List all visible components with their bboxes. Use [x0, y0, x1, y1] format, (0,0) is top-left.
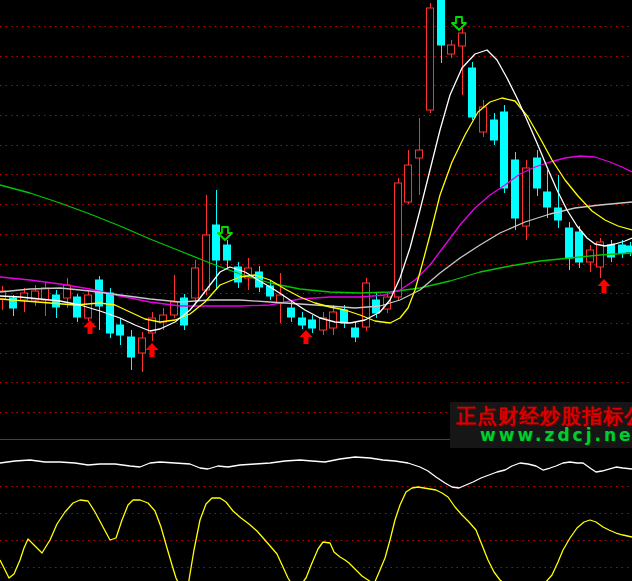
candle-down [608, 245, 615, 257]
candle-down [544, 192, 551, 207]
candle-down [341, 310, 348, 323]
watermark-site-url: www.zdcj.net [450, 427, 632, 445]
candle-up [405, 165, 412, 202]
candle-down [491, 120, 498, 140]
candle-up [330, 312, 337, 328]
candle-up [448, 45, 455, 54]
watermark-site-name: 正点财经炒股指标公式 [450, 406, 632, 427]
candle-down [299, 318, 306, 325]
candle-down [512, 160, 519, 218]
candle-up [277, 295, 284, 303]
candle-up [427, 8, 434, 110]
candle-down [627, 246, 632, 252]
candle-down [534, 158, 541, 188]
candle-up [64, 285, 71, 298]
candle-up [416, 150, 423, 158]
candle-down [469, 68, 476, 117]
candle-down [619, 245, 626, 253]
candle-down [501, 112, 508, 188]
stock-chart-window: 正点财经炒股指标公式 www.zdcj.net [0, 0, 632, 581]
candle-down [309, 320, 316, 328]
candle-up [42, 288, 49, 300]
candle-down [117, 325, 124, 335]
candle-down [74, 297, 81, 317]
candle-down [213, 225, 220, 260]
candle-up [171, 302, 178, 315]
candle-down [438, 0, 445, 45]
candle-up [139, 338, 146, 353]
candle-down [352, 328, 359, 337]
candle-down [288, 308, 295, 317]
candle-down [555, 208, 562, 220]
candle-up [523, 168, 530, 226]
candle-down [128, 337, 135, 357]
watermark: 正点财经炒股指标公式 www.zdcj.net [450, 402, 632, 448]
candle-down [224, 245, 231, 260]
candle-up [459, 33, 466, 46]
candle-up [21, 293, 28, 300]
candle-up [192, 268, 199, 298]
candle-down [566, 228, 573, 258]
candle-up [395, 183, 402, 297]
chart-area[interactable] [0, 0, 632, 581]
chart-svg [0, 0, 632, 581]
candle-up [480, 107, 487, 132]
